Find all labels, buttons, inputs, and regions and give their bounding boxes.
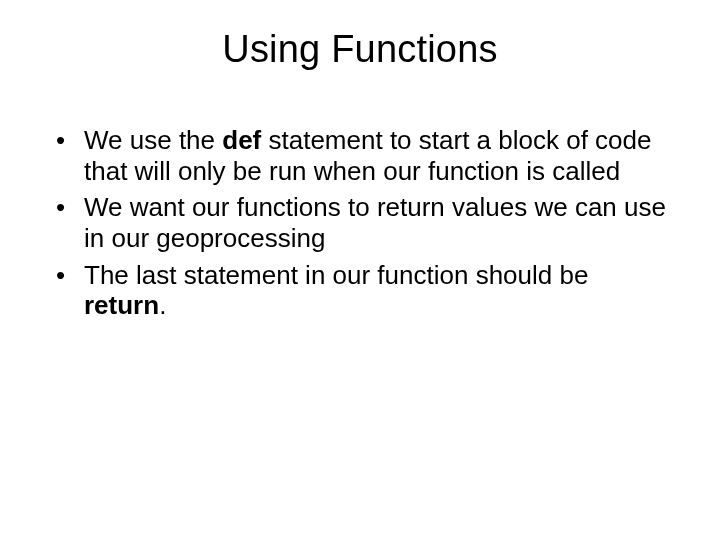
bullet-text-pre: We use the <box>84 125 222 155</box>
bullet-item: We use the def statement to start a bloc… <box>56 125 672 186</box>
slide-title: Using Functions <box>48 28 672 71</box>
bullet-text-bold: def <box>222 125 261 155</box>
bullet-text-bold: return <box>84 290 159 320</box>
bullet-item: We want our functions to return values w… <box>56 192 672 253</box>
bullet-item: The last statement in our function shoul… <box>56 260 672 321</box>
bullet-list: We use the def statement to start a bloc… <box>48 125 672 321</box>
bullet-text-pre: The last statement in our function shoul… <box>84 260 588 290</box>
bullet-text-pre: We want our functions to return values w… <box>84 192 666 253</box>
bullet-text-post: . <box>159 290 166 320</box>
